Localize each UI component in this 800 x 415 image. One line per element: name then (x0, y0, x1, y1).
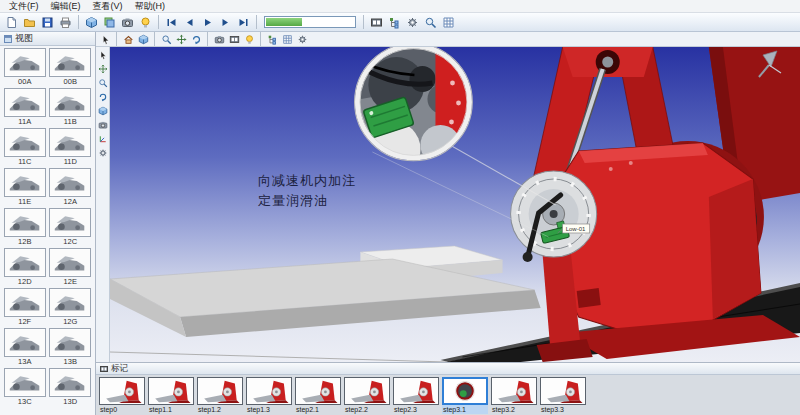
toolbar-separator (260, 32, 261, 46)
side-camera-icon[interactable] (97, 119, 109, 131)
step-thumbnail (148, 377, 194, 405)
step-item-step2.2[interactable]: step2.2 (344, 377, 390, 414)
view-item-13D[interactable]: 13D (49, 368, 93, 406)
side-cube-icon[interactable] (97, 105, 109, 117)
view-item-11C[interactable]: 11C (3, 128, 47, 166)
gearbox-flange[interactable] (511, 171, 597, 257)
view-item-00B[interactable]: 00B (49, 48, 93, 86)
view-label: 11C (18, 157, 31, 166)
view-item-11B[interactable]: 11B (49, 88, 93, 126)
viewport-area: Low-01 (96, 32, 800, 415)
settings-icon[interactable] (404, 14, 421, 31)
side-settings-icon[interactable] (97, 147, 109, 159)
step-item-step1.3[interactable]: step1.3 (246, 377, 292, 414)
animation-icon[interactable] (368, 14, 385, 31)
new-doc-icon[interactable] (3, 14, 20, 31)
previous-frame-icon[interactable] (181, 14, 198, 31)
viewport-3d[interactable]: Low-01 (110, 47, 800, 362)
grid-icon[interactable] (440, 14, 457, 31)
zoom-tool-icon[interactable] (159, 33, 173, 46)
home-view-icon[interactable] (121, 33, 135, 46)
menu-edit[interactable]: 编辑(E) (45, 0, 87, 13)
step-item-step3.3[interactable]: step3.3 (540, 377, 586, 414)
camera-icon[interactable] (119, 14, 136, 31)
next-frame-icon[interactable] (217, 14, 234, 31)
pan-tool-icon[interactable] (174, 33, 188, 46)
view-thumbnail (49, 128, 91, 157)
view-label: 00A (18, 77, 31, 86)
step-item-step0[interactable]: step0 (99, 377, 145, 414)
print-icon[interactable] (57, 14, 74, 31)
side-axis-icon[interactable] (97, 133, 109, 145)
view-item-13C[interactable]: 13C (3, 368, 47, 406)
view-item-12C[interactable]: 12C (49, 208, 93, 246)
step-item-step3.1[interactable]: step3.1 (442, 377, 488, 414)
side-select-icon[interactable] (97, 49, 109, 61)
step-label: step1.1 (148, 405, 194, 414)
view-item-00A[interactable]: 00A (3, 48, 47, 86)
step-item-step2.3[interactable]: step2.3 (393, 377, 439, 414)
view-item-12B[interactable]: 12B (3, 208, 47, 246)
step-item-step1.2[interactable]: step1.2 (197, 377, 243, 414)
grid-toggle-icon[interactable] (280, 33, 294, 46)
iso-view-icon[interactable] (136, 33, 150, 46)
last-frame-icon[interactable] (235, 14, 252, 31)
part-tag[interactable]: Low-01 (558, 224, 590, 233)
animation-timeline[interactable] (264, 16, 356, 28)
animation-view-icon[interactable] (227, 33, 241, 46)
app-window: 文件(F) 编辑(E) 查看(V) 帮助(H) 视图 00A00B11A11B1… (0, 0, 800, 415)
save-icon[interactable] (39, 14, 56, 31)
view-label: 13B (64, 357, 77, 366)
view-item-12E[interactable]: 12E (49, 248, 93, 286)
lighting-icon[interactable] (137, 14, 154, 31)
side-zoom-icon[interactable] (97, 77, 109, 89)
view-thumbnail (49, 88, 91, 117)
assembly-tree-icon[interactable] (386, 14, 403, 31)
open-icon[interactable] (21, 14, 38, 31)
annotation-line-2: 定量润滑油 (258, 191, 356, 211)
step-thumbnail (393, 377, 439, 405)
view-item-11D[interactable]: 11D (49, 128, 93, 166)
step-item-step3.2[interactable]: step3.2 (491, 377, 537, 414)
first-frame-icon[interactable] (163, 14, 180, 31)
view-label: 00B (64, 77, 77, 86)
view-thumbnail (4, 368, 46, 397)
rotate-tool-icon[interactable] (189, 33, 203, 46)
annotation-line-1: 向减速机内加注 (258, 171, 356, 191)
menu-help[interactable]: 帮助(H) (129, 0, 172, 13)
layers-icon[interactable] (101, 14, 118, 31)
viewport-settings-icon[interactable] (295, 33, 309, 46)
step-thumbnail (344, 377, 390, 405)
part-tag-label: Low-01 (566, 226, 586, 232)
view-item-12D[interactable]: 12D (3, 248, 47, 286)
view-thumbnail (4, 168, 46, 197)
view-thumbnail (4, 48, 46, 77)
step-thumbnail (540, 377, 586, 405)
view-item-12F[interactable]: 12F (3, 288, 47, 326)
render-light-icon[interactable] (242, 33, 256, 46)
menu-file[interactable]: 文件(F) (3, 0, 45, 13)
view-item-13B[interactable]: 13B (49, 328, 93, 366)
view-label: 12A (64, 197, 77, 206)
view-label: 13A (18, 357, 31, 366)
toolbar-separator (363, 15, 364, 29)
side-rotate-icon[interactable] (97, 91, 109, 103)
play-icon[interactable] (199, 14, 216, 31)
view-cube-icon[interactable] (83, 14, 100, 31)
camera-view-icon[interactable] (212, 33, 226, 46)
view-thumbnail (4, 248, 46, 277)
view-item-13A[interactable]: 13A (3, 328, 47, 366)
zoom-icon[interactable] (422, 14, 439, 31)
select-tool-icon[interactable] (98, 33, 112, 46)
step-item-step2.1[interactable]: step2.1 (295, 377, 341, 414)
view-item-11E[interactable]: 11E (3, 168, 47, 206)
view-item-12A[interactable]: 12A (49, 168, 93, 206)
side-pan-icon[interactable] (97, 63, 109, 75)
view-thumbnail (49, 328, 91, 357)
menu-view[interactable]: 查看(V) (87, 0, 129, 13)
view-item-12G[interactable]: 12G (49, 288, 93, 326)
scene-tree-icon[interactable] (265, 33, 279, 46)
step-item-step1.1[interactable]: step1.1 (148, 377, 194, 414)
view-item-11A[interactable]: 11A (3, 88, 47, 126)
toolbar-separator (78, 15, 79, 29)
